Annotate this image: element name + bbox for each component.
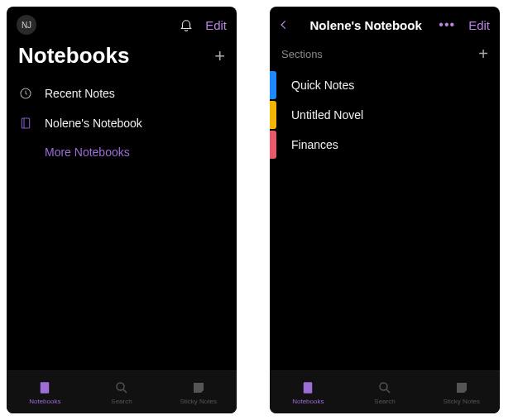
row-label: Nolene's Notebook <box>45 117 142 130</box>
notebook-icon <box>300 379 315 396</box>
more-button[interactable]: ••• <box>439 17 455 32</box>
add-section-button[interactable]: + <box>478 45 488 64</box>
tab-sticky-notes[interactable]: Sticky Notes <box>423 371 500 413</box>
section-color-tab <box>270 101 276 129</box>
section-color-tab <box>270 131 276 159</box>
header-actions: Edit <box>179 17 227 32</box>
tab-label: Notebooks <box>292 398 324 405</box>
sections-screen: Nolene's Notebook ••• Edit Sections + Qu… <box>270 7 500 413</box>
section-name: Quick Notes <box>291 79 354 92</box>
header: Nolene's Notebook ••• Edit <box>270 7 500 40</box>
notebooks-screen: NJ Edit Notebooks + Recent Notes Nolene'… <box>7 7 237 413</box>
tab-label: Sticky Notes <box>180 398 216 405</box>
tab-bar: Notebooks Search Sticky Notes <box>7 370 237 413</box>
header: NJ Edit <box>7 7 237 40</box>
tab-sticky-notes[interactable]: Sticky Notes <box>160 371 237 413</box>
tab-search[interactable]: Search <box>347 371 424 413</box>
clock-icon <box>18 86 33 101</box>
sticky-note-icon <box>191 379 206 396</box>
more-notebooks-row[interactable]: More Notebooks <box>7 138 237 166</box>
tab-label: Search <box>111 398 132 405</box>
section-name: Finances <box>291 138 338 151</box>
add-notebook-button[interactable]: + <box>214 45 225 67</box>
svg-rect-2 <box>41 382 50 394</box>
svg-rect-1 <box>22 118 29 128</box>
tab-notebooks[interactable]: Notebooks <box>7 371 84 413</box>
edit-button[interactable]: Edit <box>468 18 490 32</box>
section-list: Quick Notes Untitled Novel Finances <box>270 70 500 370</box>
notebook-row[interactable]: Nolene's Notebook <box>7 108 237 138</box>
tab-notebooks[interactable]: Notebooks <box>270 371 347 413</box>
svg-rect-4 <box>304 382 313 394</box>
section-color-tab <box>270 71 276 99</box>
section-item[interactable]: Untitled Novel <box>270 100 500 130</box>
sections-label: Sections <box>281 48 323 60</box>
sticky-note-icon <box>454 379 469 396</box>
search-icon <box>377 379 392 396</box>
page-title: Notebooks <box>18 43 129 69</box>
svg-point-3 <box>117 383 124 390</box>
recent-notes-row[interactable]: Recent Notes <box>7 79 237 108</box>
tab-bar: Notebooks Search Sticky Notes <box>270 370 500 413</box>
tab-search[interactable]: Search <box>84 371 161 413</box>
edit-button[interactable]: Edit <box>205 18 227 32</box>
title-row: Notebooks + <box>7 40 237 77</box>
row-label: Recent Notes <box>45 87 115 100</box>
section-item[interactable]: Finances <box>270 130 500 160</box>
section-item[interactable]: Quick Notes <box>270 70 500 100</box>
bell-icon[interactable] <box>179 17 194 32</box>
page-title: Nolene's Notebook <box>300 18 432 32</box>
notebook-icon <box>18 116 33 131</box>
row-label: More Notebooks <box>45 146 130 159</box>
avatar[interactable]: NJ <box>17 15 36 35</box>
search-icon <box>114 379 129 396</box>
tab-label: Notebooks <box>29 398 60 405</box>
tab-label: Search <box>374 398 395 405</box>
sections-header: Sections + <box>270 40 500 70</box>
back-button[interactable] <box>278 17 293 33</box>
section-name: Untitled Novel <box>291 108 363 122</box>
notebook-icon <box>37 379 52 396</box>
tab-label: Sticky Notes <box>443 398 479 405</box>
svg-point-5 <box>380 383 387 390</box>
notebook-list: Recent Notes Nolene's Notebook More Note… <box>7 77 237 370</box>
